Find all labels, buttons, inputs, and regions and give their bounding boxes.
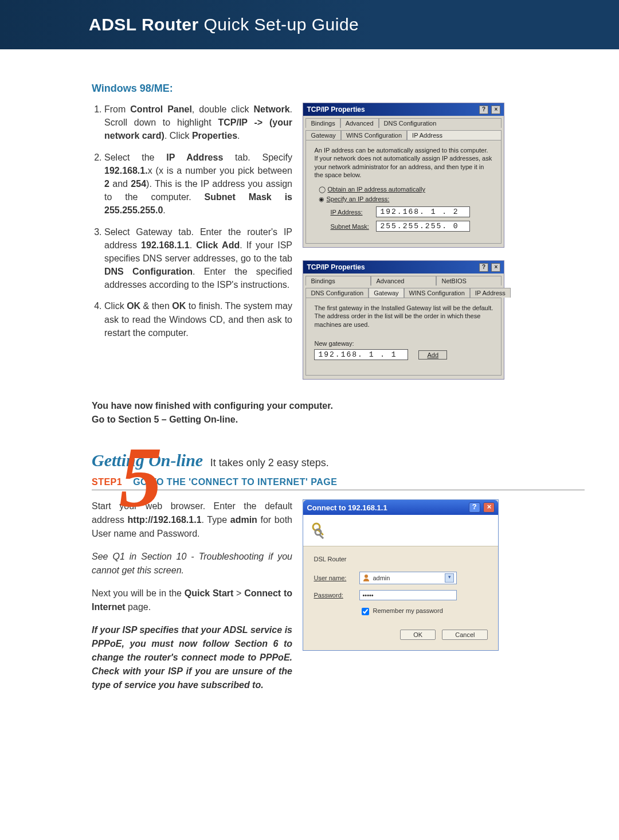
step1-title: GO TO THE 'CONNECT TO INTERNET' PAGE bbox=[133, 477, 337, 487]
tab-gateway[interactable]: Gateway bbox=[305, 130, 340, 140]
connect-banner bbox=[303, 515, 498, 546]
connect-title-buttons: ? × bbox=[468, 502, 495, 513]
step1-row: STEP1 GO TO THE 'CONNECT TO INTERNET' PA… bbox=[92, 477, 585, 487]
close-icon[interactable]: × bbox=[483, 502, 495, 513]
tcpip-ipaddress-dialog: TCP/IP Properties ? × Bindings Advanced … bbox=[303, 103, 504, 248]
help-icon[interactable]: ? bbox=[479, 106, 488, 114]
dialog2-description: The first gateway in the Installed Gatew… bbox=[314, 304, 493, 329]
connect-title-text: Connect to 192.168.1.1 bbox=[307, 503, 387, 512]
person-icon bbox=[362, 574, 370, 582]
sec5-p2: See Q1 in Section 10 - Troubleshooting i… bbox=[92, 550, 292, 577]
dialog1-tab-row-top: Bindings Advanced DNS Configuration bbox=[305, 118, 502, 128]
tcpip-gateway-dialog: TCP/IP Properties ? × Bindings Advanced … bbox=[303, 260, 504, 380]
finish-line-2: Go to Section 5 – Getting On-line. bbox=[92, 413, 585, 427]
dialog2-body: The first gateway in the Installed Gatew… bbox=[305, 298, 502, 376]
remember-label: Remember my password bbox=[373, 608, 443, 615]
dialog2-tab-row-bottom: DNS Configuration Gateway WINS Configura… bbox=[305, 288, 502, 298]
ip-address-input[interactable]: 192.168. 1 . 2 bbox=[376, 206, 470, 217]
dialog2-title-buttons: ? × bbox=[478, 263, 500, 272]
finish-note: You have now finished with configuring y… bbox=[92, 399, 585, 427]
connect-dialog: Connect to 192.168.1.1 ? × DSL Router Us… bbox=[303, 499, 499, 651]
win98-step-3: Select Gateway tab. Enter the router's I… bbox=[104, 225, 292, 292]
chevron-down-icon[interactable]: ▾ bbox=[445, 573, 454, 583]
win98-step-2: Select the IP Address tab. Specify 192.1… bbox=[104, 151, 292, 217]
ip-address-row: IP Address: 192.168. 1 . 2 bbox=[330, 206, 493, 217]
help-icon[interactable]: ? bbox=[479, 263, 488, 272]
section-numeral: 5 bbox=[119, 443, 162, 511]
tab-advanced-2[interactable]: Advanced bbox=[371, 276, 436, 286]
win98-step-4: Click OK & then OK to finish. The system… bbox=[104, 299, 292, 339]
connect-titlebar: Connect to 192.168.1.1 ? × bbox=[303, 500, 498, 515]
ok-button[interactable]: OK bbox=[400, 630, 436, 640]
radio-auto-label: Obtain an IP address automatically bbox=[328, 186, 425, 193]
dialog1-description: An IP address can be automatically assig… bbox=[314, 146, 493, 179]
win98-text-column: From Control Panel, double click Network… bbox=[92, 103, 292, 347]
tab-bindings-2[interactable]: Bindings bbox=[305, 276, 371, 286]
step-rule bbox=[92, 490, 585, 490]
tab-gateway-2[interactable]: Gateway bbox=[369, 288, 403, 298]
username-value: admin bbox=[373, 575, 390, 581]
dialog-buttons: OK Cancel bbox=[314, 630, 488, 640]
radio-specify-label: Specify an IP address: bbox=[327, 196, 390, 202]
section-5-subtitle: It takes only 2 easy steps. bbox=[210, 457, 329, 468]
username-row: User name: admin ▾ bbox=[314, 572, 488, 584]
tab-advanced[interactable]: Advanced bbox=[340, 118, 379, 128]
keys-icon bbox=[310, 521, 328, 539]
close-icon[interactable]: × bbox=[491, 106, 500, 114]
tab-dns-config[interactable]: DNS Configuration bbox=[379, 118, 502, 128]
radio-obtain-auto[interactable]: ◯ Obtain an IP address automatically bbox=[319, 186, 493, 193]
tab-dns-config-2[interactable]: DNS Configuration bbox=[305, 288, 369, 298]
dialog1-body: An IP address can be automatically assig… bbox=[305, 140, 502, 244]
subnet-mask-input[interactable]: 255.255.255. 0 bbox=[376, 221, 470, 232]
dialog1-title-text: TCP/IP Properties bbox=[307, 106, 365, 114]
dialog1-titlebar: TCP/IP Properties ? × bbox=[303, 103, 504, 116]
step1-label: STEP1 bbox=[92, 477, 122, 487]
header-rest: Quick Set-up Guide bbox=[199, 15, 359, 34]
win98-step-1: From Control Panel, double click Network… bbox=[104, 103, 292, 143]
new-gateway-label: New gateway: bbox=[314, 340, 493, 347]
subnet-mask-row: Subnet Mask: 255.255.255. 0 bbox=[330, 221, 493, 232]
dialog2-tab-row-top: Bindings Advanced NetBIOS bbox=[305, 276, 502, 286]
finish-line-1: You have now finished with configuring y… bbox=[92, 399, 585, 413]
remember-checkbox[interactable] bbox=[362, 608, 369, 615]
radio-specify[interactable]: ◉ Specify an IP address: bbox=[319, 196, 493, 203]
win98-steps: From Control Panel, double click Network… bbox=[92, 103, 292, 339]
dialog1-title-buttons: ? × bbox=[478, 105, 500, 114]
tab-wins-2[interactable]: WINS Configuration bbox=[404, 288, 470, 298]
page-header: ADSL Router Quick Set-up Guide bbox=[0, 0, 619, 49]
subnet-mask-label: Subnet Mask: bbox=[330, 223, 376, 230]
sec5-text-column: Start your web browser. Enter the defaul… bbox=[92, 499, 292, 701]
tab-netbios[interactable]: NetBIOS bbox=[436, 276, 502, 286]
page-content: Windows 98/ME: From Control Panel, doubl… bbox=[0, 49, 619, 730]
username-label: User name: bbox=[314, 575, 359, 581]
connect-body: DSL Router User name: admin ▾ Password: bbox=[303, 546, 498, 650]
win98-screenshots-column: TCP/IP Properties ? × Bindings Advanced … bbox=[303, 103, 503, 392]
cancel-button[interactable]: Cancel bbox=[442, 630, 488, 640]
tab-bindings[interactable]: Bindings bbox=[305, 118, 340, 128]
password-input[interactable]: ••••• bbox=[359, 590, 457, 600]
password-value: ••••• bbox=[362, 592, 373, 599]
username-input[interactable]: admin ▾ bbox=[359, 572, 457, 584]
close-icon[interactable]: × bbox=[491, 263, 500, 272]
dialog2-titlebar: TCP/IP Properties ? × bbox=[303, 261, 504, 274]
tab-ip-address-2[interactable]: IP Address bbox=[470, 288, 511, 298]
svg-point-4 bbox=[365, 575, 368, 578]
add-button[interactable]: Add bbox=[418, 350, 447, 360]
password-label: Password: bbox=[314, 592, 359, 599]
sec5-p3: Next you will be in the Quick Start > Co… bbox=[92, 587, 292, 614]
help-icon[interactable]: ? bbox=[469, 502, 480, 513]
section-5-heading: Getting On-line It takes only 2 easy ste… bbox=[92, 451, 585, 470]
password-row: Password: ••••• bbox=[314, 590, 488, 600]
win98-heading: Windows 98/ME: bbox=[92, 83, 585, 95]
sec5-screenshot-column: Connect to 192.168.1.1 ? × DSL Router Us… bbox=[303, 499, 503, 651]
ip-address-label: IP Address: bbox=[330, 209, 376, 216]
dialog1-tab-row-bottom: Gateway WINS Configuration IP Address bbox=[305, 130, 502, 140]
remember-check-row[interactable]: Remember my password bbox=[359, 606, 488, 617]
server-name: DSL Router bbox=[314, 556, 488, 562]
section-5: 5 Getting On-line It takes only 2 easy s… bbox=[92, 451, 585, 701]
header-bold: ADSL Router bbox=[89, 15, 199, 34]
tab-wins[interactable]: WINS Configuration bbox=[341, 130, 407, 140]
tab-ip-address[interactable]: IP Address bbox=[407, 130, 502, 140]
new-gateway-input[interactable]: 192.168. 1 . 1 bbox=[314, 349, 408, 360]
sec5-p4: If your ISP specifies that your ADSL ser… bbox=[92, 623, 292, 692]
